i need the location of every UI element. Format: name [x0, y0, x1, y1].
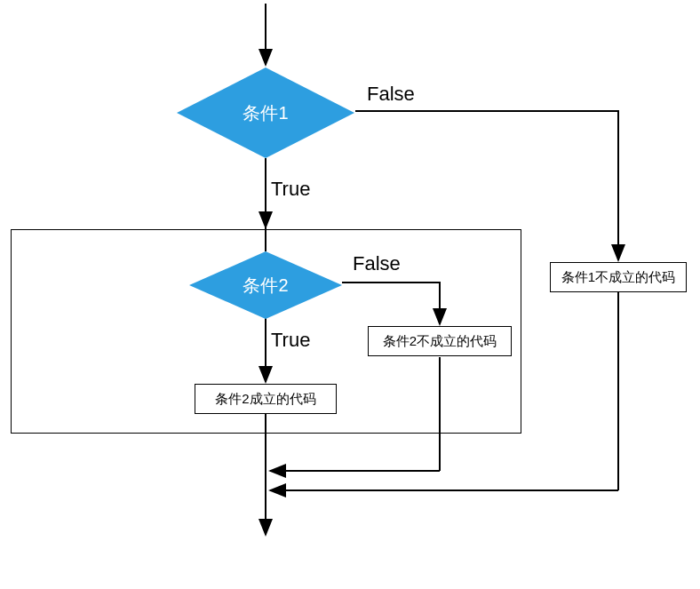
decision-2-false-label: False: [353, 252, 401, 275]
decision-2: 条件2: [189, 251, 342, 319]
box-condition2-true: 条件2成立的代码: [195, 384, 337, 414]
box-condition1-false: 条件1不成立的代码: [550, 262, 687, 292]
box-condition2-false-text: 条件2不成立的代码: [383, 333, 497, 350]
decision-2-label: 条件2: [243, 274, 288, 298]
decision-1-false-label: False: [367, 83, 415, 106]
decision-1-label: 条件1: [243, 101, 288, 125]
decision-1-true-label: True: [271, 178, 310, 201]
decision-2-true-label: True: [271, 329, 310, 352]
box-condition2-true-text: 条件2成立的代码: [215, 391, 315, 408]
box-condition1-false-text: 条件1不成立的代码: [561, 269, 675, 286]
box-condition2-false: 条件2不成立的代码: [368, 326, 512, 356]
decision-1: 条件1: [177, 68, 354, 158]
